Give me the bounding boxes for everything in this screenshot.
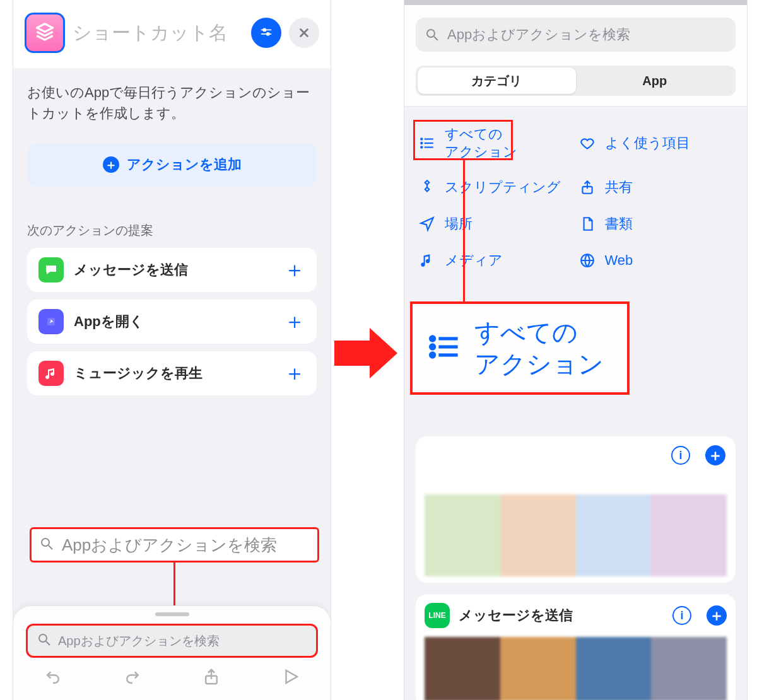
add-action-label: アクションを追加	[127, 155, 242, 174]
add-suggestion-button[interactable]: ＋	[284, 307, 305, 336]
action-card[interactable]: i ＋	[416, 436, 736, 583]
document-icon	[578, 216, 596, 232]
search-icon	[39, 536, 54, 554]
search-placeholder-large: Appおよびアクションを検索	[62, 534, 277, 556]
action-card[interactable]: LINE メッセージを送信 i ＋	[416, 594, 736, 700]
info-button[interactable]: i	[672, 606, 691, 625]
svg-point-1	[263, 28, 266, 31]
tab-apps[interactable]: App	[576, 67, 734, 94]
category-media[interactable]: メディア	[416, 242, 576, 279]
script-icon	[418, 179, 436, 195]
svg-point-10	[39, 634, 47, 642]
category-web[interactable]: Web	[576, 242, 736, 279]
svg-point-3	[267, 33, 269, 35]
svg-point-13	[427, 30, 435, 37]
thumbnails-blurred	[425, 494, 727, 576]
svg-point-29	[431, 353, 435, 357]
category-label: よく使う項目	[605, 134, 690, 153]
search-placeholder: Appおよびアクションを検索	[447, 25, 630, 44]
web-icon	[578, 252, 596, 269]
share-icon	[578, 179, 596, 195]
suggestion-label: Appを開く	[74, 312, 274, 331]
location-icon	[418, 216, 436, 232]
suggestion-label: メッセージを送信	[74, 260, 274, 279]
category-share[interactable]: 共有	[576, 169, 736, 206]
add-suggestion-button[interactable]: ＋	[284, 255, 305, 284]
music-icon	[38, 361, 64, 386]
settings-button[interactable]	[251, 18, 281, 48]
search-placeholder: Appおよびアクションを検索	[58, 633, 220, 650]
search-callout: Appおよびアクションを検索	[30, 527, 319, 563]
suggestion-item[interactable]: メッセージを送信 ＋	[27, 248, 317, 292]
close-button[interactable]	[289, 18, 319, 48]
suggestion-item[interactable]: ミュージックを再生 ＋	[27, 351, 317, 395]
run-button[interactable]	[281, 667, 300, 689]
segmented-control: カテゴリ App	[416, 66, 736, 96]
add-action-button[interactable]: ＋ アクションを追加	[27, 143, 317, 187]
editor-header: ショートカット名	[13, 0, 331, 68]
add-suggestion-button[interactable]: ＋	[284, 359, 305, 388]
info-button[interactable]: i	[671, 446, 690, 465]
svg-line-11	[46, 641, 50, 645]
suggestion-label: ミュージックを再生	[74, 364, 274, 383]
svg-line-14	[434, 37, 438, 40]
messages-icon	[38, 257, 64, 283]
category-favorites[interactable]: よく使う項目	[576, 117, 736, 169]
annotation-line	[463, 160, 465, 301]
category-location[interactable]: 場所	[416, 206, 576, 242]
bottom-dock: Appおよびアクションを検索	[13, 605, 331, 700]
action-label: メッセージを送信	[459, 606, 664, 625]
category-label: 書類	[605, 214, 633, 233]
suggestions-list: メッセージを送信 ＋ Appを開く ＋ ミュージックを再生 ＋	[27, 248, 317, 395]
list-icon	[428, 330, 461, 366]
svg-line-9	[49, 545, 52, 549]
shortcut-title-input[interactable]: ショートカット名	[73, 20, 244, 46]
plus-icon: ＋	[103, 156, 119, 173]
editor-screen: ショートカット名 お使いのAppで毎日行うアクションのショートカットを作成します…	[13, 0, 331, 700]
editor-subtitle: お使いのAppで毎日行うアクションのショートカットを作成します。	[27, 82, 317, 124]
category-label: Web	[605, 252, 633, 269]
search-input[interactable]: Appおよびアクションを検索	[416, 18, 736, 52]
undo-button[interactable]	[44, 667, 62, 689]
redo-button[interactable]	[123, 667, 142, 689]
svg-point-28	[431, 345, 435, 349]
svg-point-8	[42, 539, 49, 546]
thumbnails-blurred	[425, 637, 727, 700]
arrow-annotation	[334, 328, 397, 378]
category-documents[interactable]: 書類	[576, 206, 736, 242]
add-action-button[interactable]: ＋	[707, 605, 727, 626]
line-app-icon: LINE	[425, 603, 450, 628]
shortcut-icon[interactable]	[25, 13, 65, 53]
suggestion-item[interactable]: Appを開く ＋	[27, 300, 317, 344]
suggestions-heading: 次のアクションの提案	[27, 222, 317, 239]
annotation-zoom: すべてのアクション	[410, 301, 630, 395]
share-button[interactable]	[202, 667, 221, 689]
category-label: スクリプティング	[445, 178, 561, 197]
svg-point-27	[431, 337, 435, 341]
search-icon	[37, 632, 52, 650]
open-app-icon	[38, 309, 64, 334]
category-label: 共有	[605, 178, 633, 197]
category-scripting[interactable]: スクリプティング	[416, 169, 576, 206]
annotation-highlight	[413, 120, 513, 160]
category-label: メディア	[445, 251, 503, 270]
heart-icon	[578, 135, 596, 151]
annotation-zoom-label: すべてのアクション	[474, 317, 604, 380]
category-label: 場所	[445, 214, 472, 233]
media-icon	[418, 252, 436, 269]
add-action-button[interactable]: ＋	[705, 445, 725, 465]
actions-list: i ＋ LINE メッセージを送信 i ＋	[404, 436, 747, 700]
search-input[interactable]: Appおよびアクションを検索	[26, 624, 318, 658]
drag-handle[interactable]	[155, 612, 189, 616]
tab-categories[interactable]: カテゴリ	[418, 67, 576, 94]
